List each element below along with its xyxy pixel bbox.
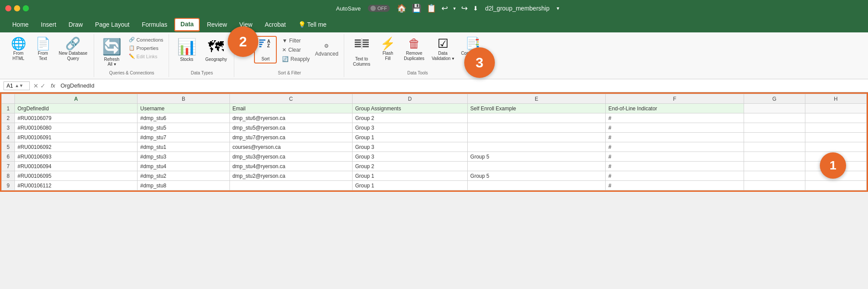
from-html-button[interactable]: 🌐 FromHTML <box>7 36 30 63</box>
cell-f5[interactable]: # <box>606 142 744 152</box>
from-text-button[interactable]: 📄 FromText <box>32 36 54 63</box>
cell-b8[interactable]: #dmp_stu2 <box>138 171 229 181</box>
cell-a7[interactable]: #RU00106094 <box>15 162 138 171</box>
menu-view[interactable]: View <box>234 19 258 30</box>
cell-h7[interactable] <box>805 162 866 171</box>
cell-a8[interactable]: #RU00106095 <box>15 171 138 181</box>
col-header-f[interactable]: F <box>606 94 744 104</box>
cell-h3[interactable] <box>805 123 866 133</box>
col-header-a[interactable]: A <box>15 94 138 104</box>
properties-button[interactable]: 📋 Properties <box>127 44 165 52</box>
cell-a4[interactable]: #RU00106091 <box>15 133 138 142</box>
cell-e7[interactable] <box>467 162 605 171</box>
cell-a3[interactable]: #RU00106080 <box>15 123 138 133</box>
cell-b3[interactable]: #dmp_stu5 <box>138 123 229 133</box>
cell-h5[interactable] <box>805 142 866 152</box>
refresh-all-button[interactable]: 🔄 RefreshAll ▾ <box>99 36 125 68</box>
cell-b6[interactable]: #dmp_stu3 <box>138 152 229 162</box>
filter-button[interactable]: ▼ Filter <box>280 37 311 45</box>
cell-d5[interactable]: Group 3 <box>352 142 467 152</box>
cell-e4[interactable] <box>467 133 605 142</box>
advanced-button[interactable]: ⚙ Advanced <box>313 42 340 58</box>
consolidate-button[interactable]: 📑 Consolida... <box>459 36 487 58</box>
col-header-h[interactable]: H <box>805 94 866 104</box>
cell-g6[interactable] <box>744 152 805 162</box>
cell-d9[interactable]: Group 1 <box>352 181 467 190</box>
col-header-b[interactable]: B <box>138 94 229 104</box>
col-header-d[interactable]: D <box>352 94 467 104</box>
share-icon[interactable]: 📋 <box>427 4 436 13</box>
cell-d2[interactable]: Group 2 <box>352 113 467 123</box>
cell-e9[interactable] <box>467 181 605 190</box>
flash-fill-button[interactable]: ⚡ FlashFill <box>377 36 399 63</box>
cell-g1[interactable] <box>744 104 805 113</box>
undo-dropdown-icon[interactable]: ▾ <box>453 6 456 11</box>
cell-c1[interactable]: Email <box>229 104 352 113</box>
autosave-toggle[interactable]: OFF <box>368 5 390 12</box>
cell-g5[interactable] <box>744 142 805 152</box>
cell-f4[interactable]: # <box>606 133 744 142</box>
cell-g3[interactable] <box>744 123 805 133</box>
cell-c5[interactable]: courses@ryerson.ca <box>229 142 352 152</box>
cell-e8[interactable]: Group 5 <box>467 171 605 181</box>
menu-home[interactable]: Home <box>7 19 34 30</box>
cell-f9[interactable]: # <box>606 181 744 190</box>
cell-b5[interactable]: #dmp_stu1 <box>138 142 229 152</box>
doc-title-dropdown[interactable]: ▾ <box>557 5 559 11</box>
cell-a1[interactable]: OrgDefinedId <box>15 104 138 113</box>
cell-e6[interactable]: Group 5 <box>467 152 605 162</box>
cell-f1[interactable]: End-of-Line Indicator <box>606 104 744 113</box>
cell-e1[interactable]: Self Enroll Example <box>467 104 605 113</box>
cell-b1[interactable]: Username <box>138 104 229 113</box>
stocks-button[interactable]: 📊 Stocks <box>173 36 200 63</box>
cell-c2[interactable]: dmp_stu6@ryerson.ca <box>229 113 352 123</box>
cell-g2[interactable] <box>744 113 805 123</box>
cell-c9[interactable] <box>229 181 352 190</box>
cell-g8[interactable] <box>744 171 805 181</box>
cell-e2[interactable] <box>467 113 605 123</box>
quick-access-icon[interactable]: ⬇ <box>473 5 478 12</box>
reapply-button[interactable]: 🔄 Reapply <box>280 55 311 63</box>
cell-h4[interactable] <box>805 133 866 142</box>
cell-b2[interactable]: #dmp_stu6 <box>138 113 229 123</box>
cell-a9[interactable]: #RU00106112 <box>15 181 138 190</box>
sort-az-button[interactable]: A ↓ Z <box>239 43 251 49</box>
cell-g4[interactable] <box>744 133 805 142</box>
edit-links-button[interactable]: ✏️ Edit Links <box>127 53 165 60</box>
cell-h8[interactable] <box>805 171 866 181</box>
menu-formulas[interactable]: Formulas <box>137 19 173 30</box>
cell-g9[interactable] <box>744 181 805 190</box>
menu-review[interactable]: Review <box>201 19 232 30</box>
cell-d3[interactable]: Group 3 <box>352 123 467 133</box>
redo-icon[interactable]: ↪ <box>461 4 468 13</box>
home-icon[interactable]: 🏠 <box>397 4 406 13</box>
text-to-columns-button[interactable]: Text toColumns <box>349 36 375 69</box>
cell-c8[interactable]: dmp_stu2@ryerson.ca <box>229 171 352 181</box>
cell-h1[interactable] <box>805 104 866 113</box>
cell-b4[interactable]: #dmp_stu7 <box>138 133 229 142</box>
clear-button[interactable]: ✕ Clear <box>280 46 311 54</box>
cell-h2[interactable] <box>805 113 866 123</box>
cell-c6[interactable]: dmp_stu3@ryerson.ca <box>229 152 352 162</box>
cell-f6[interactable]: # <box>606 152 744 162</box>
cell-d6[interactable]: Group 3 <box>352 152 467 162</box>
cell-h6[interactable] <box>805 152 866 162</box>
col-header-g[interactable]: G <box>744 94 805 104</box>
menu-draw[interactable]: Draw <box>63 19 88 30</box>
data-validation-button[interactable]: ☑ DataValidation ▾ <box>429 36 457 63</box>
menu-tell-me[interactable]: 💡 Tell me <box>293 19 332 30</box>
menu-page-layout[interactable]: Page Layout <box>90 19 135 30</box>
new-database-query-button[interactable]: 🔗 New DatabaseQuery <box>56 36 90 63</box>
cell-a5[interactable]: #RU00106092 <box>15 142 138 152</box>
cell-b9[interactable]: #dmp_stu8 <box>138 181 229 190</box>
cell-g7[interactable] <box>744 162 805 171</box>
menu-insert[interactable]: Insert <box>35 19 61 30</box>
cell-d1[interactable]: Group Assignments <box>352 104 467 113</box>
sort-za-button[interactable]: Z ↑ A <box>239 50 251 56</box>
cell-c4[interactable]: dmp_stu7@ryerson.ca <box>229 133 352 142</box>
cell-d4[interactable]: Group 1 <box>352 133 467 142</box>
connections-button[interactable]: 🔗 Connections <box>127 36 165 43</box>
menu-data[interactable]: Data <box>174 18 200 31</box>
geography-button[interactable]: 🗺 Geography <box>202 36 230 63</box>
sort-button[interactable]: A Z Sort <box>254 36 277 63</box>
